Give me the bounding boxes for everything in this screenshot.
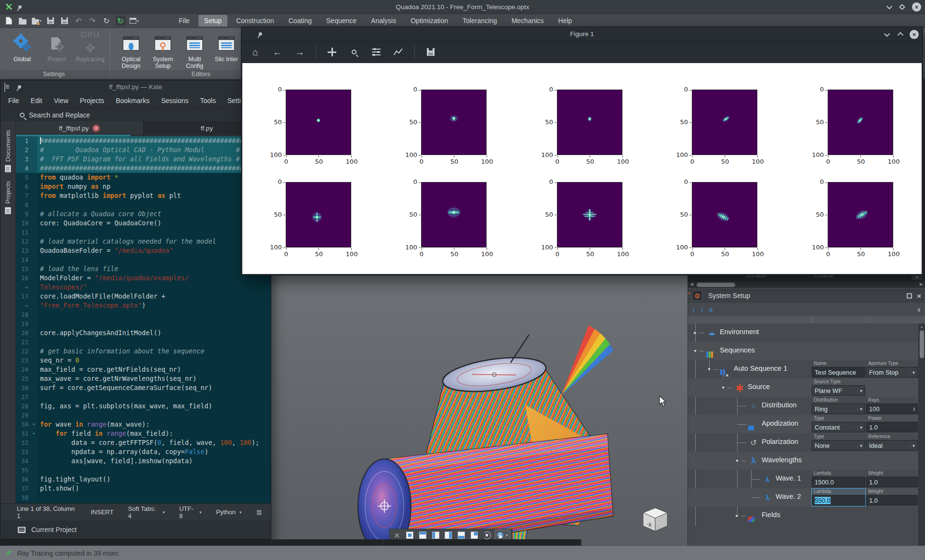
figure-canvas[interactable]: 0501000501000501000501000501000501000501… (242, 63, 922, 274)
code-line[interactable]: 11 (16, 228, 271, 237)
code-line[interactable]: 9# allocate a Quadoa core Object (16, 209, 271, 219)
orientation-gizmo[interactable]: -X (641, 506, 669, 534)
subplot-r1c0[interactable]: 050100050100 (262, 179, 363, 263)
code-line[interactable]: 17core.loadModelFile(ModelFolder + (16, 292, 271, 301)
code-line[interactable]: 37plt.show() (16, 484, 271, 493)
code-line[interactable]: 25max_wave = core.getNrWavelengths(seq_n… (16, 374, 271, 383)
code-line[interactable]: 2# Quadoa Optical CAD - Python Modul # (16, 145, 271, 155)
code-line[interactable]: 15# load the lens file (16, 264, 271, 273)
fold-marker[interactable]: ▾ (30, 429, 37, 438)
side-tab-documents[interactable]: Documents (4, 130, 12, 172)
subplots-config-icon[interactable] (370, 46, 383, 58)
side-tab-projects[interactable]: Projects (4, 181, 12, 214)
menu-sequence[interactable]: Sequence (320, 15, 362, 26)
tree-expander-icon[interactable]: ▾ (734, 458, 740, 463)
ribbon-raytracing-button[interactable]: GPU Raytracing (73, 31, 107, 63)
auto-refresh-icon[interactable]: ↻ (116, 16, 125, 26)
window-layout-icon[interactable]: ▾ (130, 16, 139, 26)
status-menu-icon[interactable]: ≣ (256, 508, 262, 517)
field-aperture-type[interactable]: Aperture TypeFrom Stop (866, 361, 918, 378)
scroll-up-icon[interactable]: ▴ (918, 325, 925, 329)
field-dropdown[interactable]: Ring (812, 404, 865, 414)
spinner-icons[interactable]: ▴▾ (913, 406, 915, 412)
subplot-r0c4[interactable]: 050100050100 (804, 87, 905, 171)
kate-menu-edit[interactable]: Edit (26, 95, 47, 106)
subplot-r0c3[interactable]: 050100050100 (668, 87, 769, 171)
subplot-r0c0[interactable]: 050100050100 (262, 87, 363, 171)
zoom-icon[interactable] (348, 46, 360, 58)
tree-row-fields[interactable]: ▸Fields (688, 507, 918, 525)
tree-row-sequences[interactable]: ▾Sequences (688, 342, 918, 360)
tree-row-wave-2[interactable]: λWave. 2Lambda550.0Weight1.0 (688, 488, 918, 507)
tree-row-auto-sequence-1[interactable]: ▾AAuto Sequence 1NameTest SequenceApertu… (688, 360, 918, 378)
code-line[interactable]: 20core.applyChangesAndInitModel() (16, 328, 271, 338)
cursor-position[interactable]: Line 1 of 38, Column 1 (17, 505, 76, 520)
code-line[interactable]: 8 (16, 200, 271, 209)
code-line[interactable]: 30▾for wave in range(max_wave): (16, 420, 271, 429)
undo-icon[interactable]: ↶ (74, 16, 83, 26)
kate-menu-projects[interactable]: Projects (75, 95, 109, 106)
code-line[interactable]: 3# FFT PSF Diagram for all Fields and Wa… (16, 155, 271, 164)
tree-row-apodization[interactable]: ApodizationTypeConstantPower1.0 (688, 415, 918, 433)
code-line[interactable]: 23seq_nr = 0 (16, 356, 271, 365)
field-source-type[interactable]: Source TypePlane WF (812, 379, 865, 396)
kate-titlebar[interactable]: ff_fftpsf.py — Kate (0, 80, 271, 93)
fit-view-icon[interactable]: ✕ (392, 530, 402, 540)
open-file-icon[interactable] (18, 16, 27, 26)
search-bar[interactable]: Search and Replace (0, 108, 271, 121)
field-input[interactable]: 1.0 (866, 422, 918, 432)
menu-construction[interactable]: Construction (230, 15, 280, 26)
code-line[interactable]: ↪"Free_Form_Telescope.optx") (16, 301, 271, 310)
menu-optimization[interactable]: Optimization (405, 15, 454, 26)
scroll-right-icon[interactable]: ▶ (920, 282, 923, 287)
code-line[interactable]: 21 (16, 338, 271, 347)
tree-expander-icon[interactable]: ▾ (692, 348, 698, 353)
list-view-icon[interactable]: ≡ (709, 305, 713, 313)
panel-maximize-icon[interactable] (907, 293, 912, 299)
menu-mechanics[interactable]: Mechanics (506, 15, 550, 26)
axes-edit-icon[interactable] (392, 46, 405, 58)
language-select[interactable]: Python▾ (216, 508, 241, 516)
code-line[interactable]: 36fig.tight_layout() (16, 475, 271, 484)
menu-setup[interactable]: Setup (198, 15, 228, 26)
new-file-icon[interactable] (4, 16, 13, 26)
code-line[interactable]: 1#######################################… (16, 136, 271, 145)
ribbon-global-button[interactable]: Global (7, 31, 38, 63)
save-figure-icon[interactable] (424, 46, 437, 58)
code-line[interactable]: 4#######################################… (16, 164, 271, 173)
field-spin[interactable]: 100▴▾ (866, 404, 918, 414)
field-dropdown[interactable]: Constant (812, 422, 865, 432)
orbit-icon[interactable] (482, 530, 492, 540)
save-as-icon[interactable] (60, 16, 69, 26)
field-type[interactable]: TypeConstant (812, 416, 865, 433)
code-line[interactable]: 27 (16, 392, 271, 402)
code-line[interactable]: 16ModelFolder = "/media/quadoa/examples/ (16, 273, 271, 283)
code-line[interactable]: 33 npdata = np.array(data, copy=False) (16, 447, 271, 456)
field-dropdown[interactable]: From Stop (866, 367, 918, 378)
code-line[interactable]: 14 (16, 255, 271, 264)
menu-coating[interactable]: Coating (283, 15, 317, 26)
code-line[interactable]: 22# get basic information about the sequ… (16, 347, 271, 356)
field-reference[interactable]: ReferenceIdeal (866, 434, 918, 451)
code-line[interactable]: 29 (16, 411, 271, 420)
horizontal-scrollbar[interactable]: ◀ ▶ (688, 281, 925, 288)
code-line[interactable]: 10core: QuadoaCore = QuadoaCore() (16, 219, 271, 228)
open-recent-icon[interactable]: ▾ (32, 16, 41, 26)
code-line[interactable]: 5from quadoa import * (16, 173, 271, 182)
code-line[interactable]: 28fig, axs = plt.subplots(max_wave, max_… (16, 402, 271, 411)
tab-close-icon[interactable]: ✕ (92, 125, 100, 132)
collapse-all-icon[interactable]: ↕ (700, 305, 704, 313)
tree-expander-icon[interactable]: ▸ (692, 330, 698, 335)
kate-menu-bookmarks[interactable]: Bookmarks (111, 95, 154, 106)
encoding-select[interactable]: UTF-8▾ (179, 505, 202, 520)
view-iso-icon[interactable] (469, 530, 480, 540)
input-mode[interactable]: INSERT (91, 508, 113, 516)
panel-close-icon[interactable]: × (917, 292, 921, 300)
ribbon-slice-interface-button[interactable]: Slic Inter (211, 31, 242, 63)
kate-menu-tools[interactable]: Tools (195, 95, 221, 106)
tree-expander-icon[interactable]: ▾ (720, 385, 726, 390)
field-weight[interactable]: Weight1.0 (866, 489, 918, 506)
field-dropdown[interactable]: Ideal (866, 440, 918, 451)
menu-tolerancing[interactable]: Tolerancing (457, 15, 503, 26)
ribbon-project-button[interactable]: Project (41, 31, 72, 63)
